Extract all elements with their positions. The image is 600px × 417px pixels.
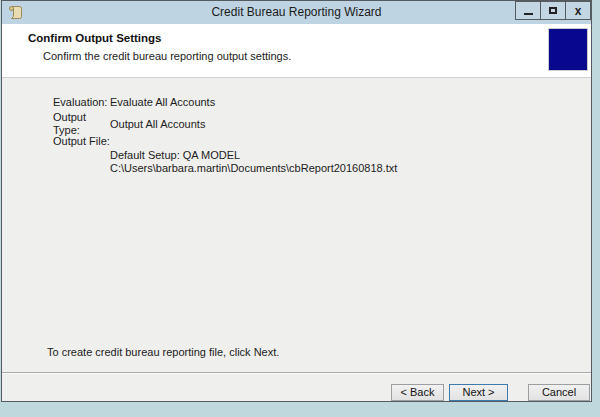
output-file-label: Output File:	[53, 135, 110, 147]
minimize-icon	[524, 13, 533, 15]
cancel-button[interactable]: Cancel	[528, 384, 590, 401]
output-file-setup: Default Setup: QA MODEL	[110, 149, 240, 161]
next-button[interactable]: Next >	[449, 384, 508, 401]
evaluation-label: Evaluation:	[53, 96, 107, 108]
footer-separator	[2, 372, 591, 374]
page-subtitle: Confirm the credit bureau reporting outp…	[43, 50, 291, 62]
output-file-path: C:\Users\barbara.martin\Documents\cbRepo…	[110, 162, 397, 174]
wizard-window: Credit Bureau Reporting Wizard x Confirm…	[1, 0, 592, 402]
evaluation-value: Evaluate All Accounts	[110, 96, 215, 108]
maximize-icon	[549, 7, 557, 14]
wizard-content: Evaluation: Evaluate All Accounts Output…	[2, 78, 591, 401]
title-bar: Credit Bureau Reporting Wizard x	[2, 1, 591, 24]
wizard-badge-square	[548, 28, 588, 71]
page-title: Confirm Output Settings	[28, 32, 162, 44]
instruction-text: To create credit bureau reporting file, …	[47, 346, 279, 358]
back-button[interactable]: < Back	[391, 384, 444, 401]
close-button[interactable]: x	[565, 1, 591, 20]
wizard-header: Confirm Output Settings Confirm the cred…	[2, 24, 591, 78]
output-type-value: Output All Accounts	[110, 118, 205, 130]
output-type-label: Output Type:	[53, 111, 99, 136]
window-controls: x	[516, 1, 591, 20]
maximize-button[interactable]	[540, 1, 566, 20]
window-title: Credit Bureau Reporting Wizard	[2, 1, 591, 24]
minimize-button[interactable]	[515, 1, 541, 20]
close-icon: x	[575, 5, 582, 17]
